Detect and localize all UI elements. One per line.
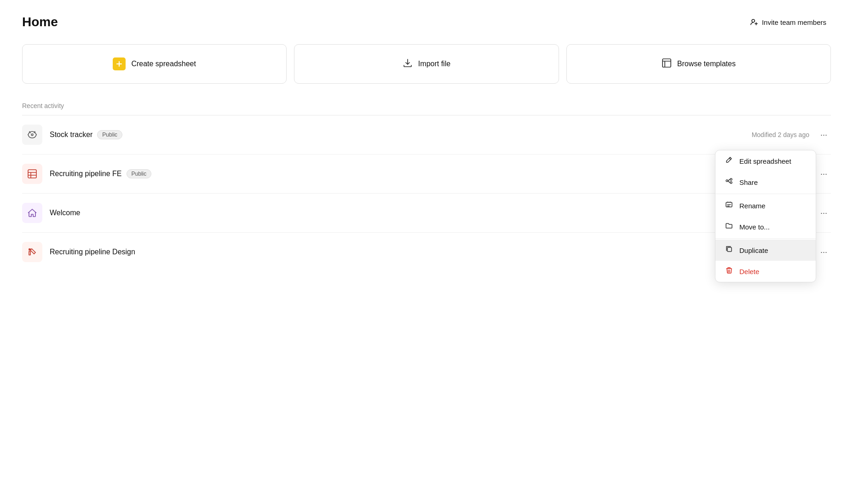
folder-icon (724, 222, 734, 232)
more-options-button[interactable]: ··· (817, 167, 831, 181)
trash-icon (724, 266, 734, 276)
import-icon (403, 58, 413, 70)
menu-divider (715, 194, 816, 194)
share-label: Share (739, 178, 758, 186)
menu-divider (715, 238, 816, 239)
context-menu: Edit spreadsheet Share (715, 150, 816, 282)
item-name: Recruiting pipeline FE (50, 170, 122, 178)
context-share[interactable]: Share (715, 172, 816, 193)
item-icon-recruiting-fe (22, 164, 42, 184)
create-spreadsheet-icon (113, 57, 126, 70)
more-options-button[interactable]: ··· (817, 128, 831, 142)
list-item: Stock tracker Public Modified 2 days ago… (22, 115, 831, 155)
delete-label: Delete (739, 268, 759, 275)
item-badge: Public (127, 169, 152, 178)
list-item: Welcome Modified 2 days ago ··· (22, 194, 831, 233)
svg-rect-6 (727, 247, 732, 252)
page-header: Home Invite team members (22, 15, 831, 29)
item-icon-recruiting-design (22, 242, 42, 262)
edit-icon (724, 156, 734, 166)
import-file-label: Import file (418, 60, 450, 68)
item-badge: Public (97, 130, 122, 139)
svg-point-0 (752, 19, 755, 22)
duplicate-icon (724, 245, 734, 255)
action-cards: Create spreadsheet Import file Browse te… (22, 44, 831, 84)
page-title: Home (22, 15, 58, 29)
svg-point-3 (31, 134, 33, 136)
move-to-label: Move to... (739, 223, 770, 231)
invite-icon (750, 18, 758, 26)
activity-list: Stock tracker Public Modified 2 days ago… (22, 115, 831, 271)
more-options-button[interactable]: ··· (817, 245, 831, 259)
browse-templates-label: Browse templates (677, 60, 736, 68)
context-delete[interactable]: Delete (715, 261, 816, 282)
context-move-to[interactable]: Move to... (715, 216, 816, 237)
svg-rect-2 (663, 59, 671, 67)
section-label: Recent activity (22, 102, 831, 109)
template-icon (662, 58, 672, 70)
share-icon (724, 177, 734, 187)
recent-activity-section: Recent activity Stock tracker Public Mod… (22, 102, 831, 271)
browse-templates-card[interactable]: Browse templates (566, 44, 831, 84)
item-name: Welcome (50, 209, 80, 217)
context-duplicate[interactable]: Duplicate (715, 240, 816, 261)
context-edit-spreadsheet[interactable]: Edit spreadsheet (715, 150, 816, 172)
import-file-card[interactable]: Import file (294, 44, 559, 84)
item-modified: Modified 2 days ago (752, 131, 817, 138)
create-spreadsheet-label: Create spreadsheet (131, 60, 196, 68)
item-icon-stock-tracker (22, 125, 42, 145)
item-icon-welcome (22, 203, 42, 223)
create-spreadsheet-card[interactable]: Create spreadsheet (22, 44, 287, 84)
rename-icon (724, 200, 734, 211)
list-item: Recruiting pipeline Design Modified 2 da… (22, 233, 831, 271)
more-options-button[interactable]: ··· (817, 206, 831, 220)
invite-team-button[interactable]: Invite team members (745, 15, 831, 29)
invite-label: Invite team members (762, 18, 826, 26)
list-item: Recruiting pipeline FE Public Modified 2… (22, 155, 831, 194)
rename-label: Rename (739, 202, 766, 210)
item-name: Recruiting pipeline Design (50, 248, 135, 256)
item-name: Stock tracker (50, 131, 92, 139)
duplicate-label: Duplicate (739, 246, 768, 254)
svg-rect-4 (28, 170, 36, 178)
context-rename[interactable]: Rename (715, 195, 816, 216)
edit-label: Edit spreadsheet (739, 157, 791, 165)
